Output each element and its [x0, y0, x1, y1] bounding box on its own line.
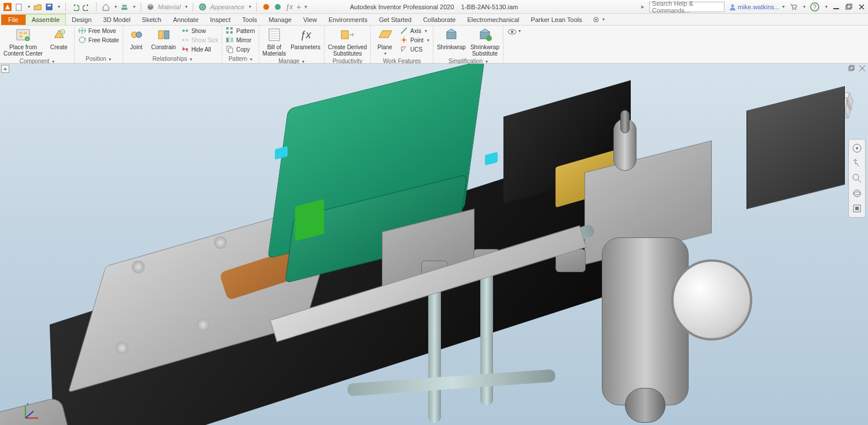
- user-name: mike.watkins...: [738, 3, 779, 10]
- tab-annotate[interactable]: Annotate: [167, 14, 204, 25]
- dropdown-icon[interactable]: ▾: [825, 4, 827, 9]
- constrain-button[interactable]: Constrain: [151, 27, 176, 50]
- place-from-content-center-button[interactable]: + Place from Content Center: [3, 27, 43, 57]
- hide-all-button[interactable]: Hide All: [181, 45, 219, 53]
- tab-get-started[interactable]: Get Started: [373, 14, 417, 25]
- copy-button[interactable]: Copy: [226, 45, 255, 53]
- user-account[interactable]: mike.watkins... ▾: [729, 3, 785, 10]
- joint-button[interactable]: Joint: [127, 27, 146, 50]
- tab-view[interactable]: View: [297, 14, 323, 25]
- undo-icon[interactable]: [71, 3, 79, 11]
- svg-point-38: [186, 39, 188, 41]
- material-icon[interactable]: [146, 3, 155, 11]
- user-icon: [729, 3, 736, 10]
- plane-button[interactable]: Plane▾: [374, 27, 395, 57]
- close-button[interactable]: [858, 3, 866, 11]
- tab-file[interactable]: File: [1, 14, 25, 25]
- redo-icon[interactable]: [83, 3, 91, 11]
- button-label: Parameters: [290, 44, 321, 50]
- svg-rect-45: [226, 38, 229, 42]
- svg-rect-3: [47, 5, 51, 6]
- svg-rect-51: [341, 31, 348, 39]
- button-label: Constrain: [151, 44, 176, 50]
- shrinkwrap-button[interactable]: Shrinkwrap: [437, 27, 466, 50]
- button-label: Copy: [236, 46, 249, 53]
- tab-design[interactable]: Design: [66, 14, 97, 25]
- tab-parker-lean-tools[interactable]: Parker Lean Tools: [525, 14, 587, 25]
- appearance-sphere-icon[interactable]: [262, 3, 270, 11]
- button-label: Free Move: [89, 28, 116, 34]
- dropdown-icon[interactable]: ▾: [115, 4, 117, 9]
- shrinkwrap-substitute-button[interactable]: Shrinkwrap Substitute: [470, 27, 499, 57]
- dropdown-icon[interactable]: ▾: [28, 4, 30, 9]
- ribbon: + Place from Content Center ✶ Create Com…: [0, 25, 868, 64]
- axis-button[interactable]: Axis ▾: [400, 27, 429, 35]
- material-label[interactable]: Material: [158, 3, 181, 10]
- ucs-button[interactable]: UCS: [400, 45, 429, 53]
- ribbon-options[interactable]: ▾: [593, 16, 605, 23]
- search-expand-icon[interactable]: ▸: [641, 3, 645, 10]
- create-button[interactable]: ✶ Create: [47, 27, 71, 50]
- bill-of-materials-button[interactable]: Bill of Materials: [263, 27, 286, 57]
- home-icon[interactable]: [102, 3, 110, 11]
- dropdown-icon[interactable]: ▾: [58, 4, 60, 9]
- tab-assemble[interactable]: Assemble: [25, 14, 66, 25]
- button-label: Joint: [130, 44, 142, 50]
- restore-button[interactable]: [845, 3, 853, 11]
- visibility-toggle[interactable]: ▾: [507, 27, 521, 35]
- tab-collaborate[interactable]: Collaborate: [417, 14, 461, 25]
- new-icon[interactable]: [15, 3, 23, 11]
- help-icon[interactable]: ?: [810, 2, 819, 12]
- button-label: Show Sick: [192, 37, 219, 43]
- group-simplification: Shrinkwrap Shrinkwrap Substitute Simplif…: [433, 25, 503, 63]
- appearance-sphere2-icon[interactable]: [274, 3, 282, 11]
- dropdown-icon[interactable]: ▾: [249, 4, 251, 9]
- model-geometry: z: [0, 64, 868, 425]
- svg-rect-25: [19, 35, 23, 38]
- save-icon[interactable]: [45, 3, 53, 11]
- minimize-button[interactable]: [832, 3, 840, 11]
- group-work-features: Plane▾ Axis ▾ Point ▾ UCS Work Features: [371, 25, 433, 63]
- show-button[interactable]: Show: [181, 27, 219, 35]
- tab-environments[interactable]: Environments: [323, 14, 373, 25]
- plus-icon[interactable]: +: [296, 2, 301, 12]
- mirror-button[interactable]: Mirror: [226, 36, 255, 44]
- tab-3d-model[interactable]: 3D Model: [97, 14, 136, 25]
- parameters-button[interactable]: ƒx Parameters: [290, 27, 321, 50]
- point-button[interactable]: Point ▾: [400, 36, 429, 44]
- svg-point-9: [199, 3, 206, 10]
- cart-icon[interactable]: [789, 3, 797, 11]
- search-input[interactable]: Search Help & Commands...: [649, 2, 724, 12]
- group-trailing: ▾: [503, 25, 524, 63]
- svg-rect-17: [833, 8, 839, 9]
- show-sick-button[interactable]: Show Sick: [181, 36, 219, 44]
- team-icon[interactable]: [120, 3, 128, 11]
- dropdown-icon[interactable]: ▾: [782, 4, 785, 9]
- free-rotate-button[interactable]: Free Rotate: [78, 36, 119, 44]
- tab-electromechanical[interactable]: Electromechanical: [461, 14, 525, 25]
- button-label: Hide All: [192, 46, 211, 53]
- appearance-label[interactable]: Appearance: [210, 3, 244, 10]
- pattern-button[interactable]: Pattern: [226, 27, 255, 35]
- appearance-icon[interactable]: [198, 3, 207, 11]
- create-derived-substitutes-button[interactable]: Create Derived Substitutes: [328, 27, 367, 57]
- qat-expand-icon[interactable]: ▾: [304, 3, 307, 10]
- dropdown-icon[interactable]: ▾: [185, 4, 187, 9]
- group-manage: Bill of Materials ƒx Parameters Manage ▾: [259, 25, 325, 63]
- viewport-3d[interactable]: + FRONT: [0, 64, 868, 425]
- tab-manage[interactable]: Manage: [263, 14, 297, 25]
- open-icon[interactable]: [34, 3, 42, 11]
- app-icon[interactable]: [3, 3, 12, 11]
- free-move-button[interactable]: Free Move: [78, 27, 119, 35]
- document-name: 1-BB-2AN-5130.iam: [461, 3, 518, 10]
- fx-icon[interactable]: ƒx: [285, 3, 293, 11]
- svg-point-30: [79, 37, 85, 43]
- tab-inspect[interactable]: Inspect: [204, 14, 236, 25]
- dropdown-icon[interactable]: ▾: [803, 4, 806, 9]
- button-label: Create: [50, 44, 68, 50]
- button-label: Bill of Materials: [263, 44, 286, 57]
- tab-sketch[interactable]: Sketch: [136, 14, 167, 25]
- svg-point-10: [263, 4, 269, 10]
- dropdown-icon[interactable]: ▾: [133, 4, 135, 9]
- tab-tools[interactable]: Tools: [237, 14, 263, 25]
